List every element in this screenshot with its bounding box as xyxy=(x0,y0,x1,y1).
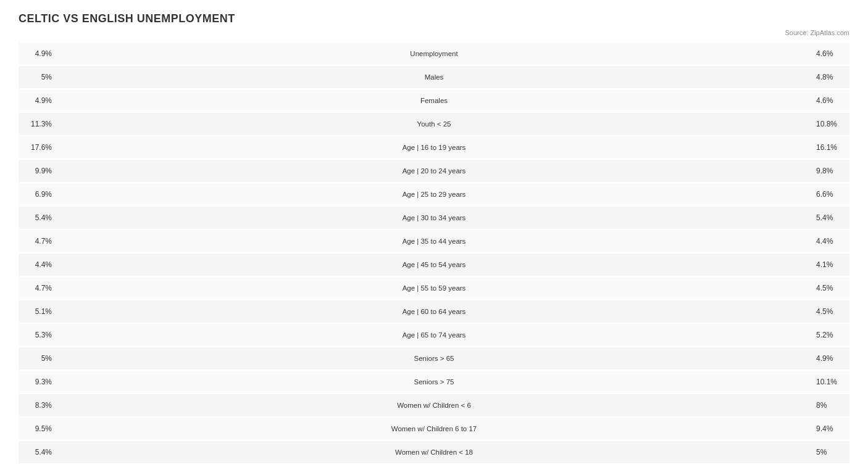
chart-row: 5.1% Age | 60 to 64 years 4.5% xyxy=(19,300,849,323)
chart-area: 4.9% Unemployment 4.6% 5% Males xyxy=(19,43,849,463)
row-label: Age | 30 to 34 years xyxy=(403,214,466,221)
left-value: 5.4% xyxy=(19,448,56,457)
bar-container: Women w/ Children < 18 xyxy=(56,441,812,463)
source-label: Source: ZipAtlas.com xyxy=(19,29,849,36)
right-value: 10.8% xyxy=(812,120,849,128)
right-value: 5% xyxy=(812,448,849,457)
bar-container: Seniors > 75 xyxy=(56,371,812,393)
right-value: 4.1% xyxy=(812,260,849,269)
chart-row: 4.7% Age | 55 to 59 years 4.5% xyxy=(19,277,849,299)
left-value: 8.3% xyxy=(19,401,56,410)
left-value: 9.9% xyxy=(19,167,56,175)
bar-container: Age | 35 to 44 years xyxy=(56,230,812,252)
left-value: 4.9% xyxy=(19,96,56,105)
bar-container: Age | 60 to 64 years xyxy=(56,300,812,323)
right-value: 4.5% xyxy=(812,307,849,316)
left-value: 5.3% xyxy=(19,331,56,339)
row-label: Age | 35 to 44 years xyxy=(403,238,466,245)
chart-row: 17.6% Age | 16 to 19 years 16.1% xyxy=(19,136,849,159)
left-value: 9.3% xyxy=(19,378,56,386)
bar-container: Age | 45 to 54 years xyxy=(56,254,812,276)
left-value: 5.4% xyxy=(19,213,56,222)
bar-container: Age | 30 to 34 years xyxy=(56,207,812,229)
row-label: Age | 60 to 64 years xyxy=(403,308,466,315)
chart-row: 11.3% Youth < 25 10.8% xyxy=(19,113,849,135)
left-value: 4.7% xyxy=(19,284,56,292)
right-value: 9.4% xyxy=(812,424,849,433)
row-label: Age | 25 to 29 years xyxy=(403,191,466,198)
row-label: Age | 16 to 19 years xyxy=(403,144,466,151)
left-value: 5% xyxy=(19,354,56,363)
chart-row: 5.3% Age | 65 to 74 years 5.2% xyxy=(19,324,849,346)
left-value: 9.5% xyxy=(19,424,56,433)
chart-row: 5.4% Women w/ Children < 18 5% xyxy=(19,441,849,463)
right-value: 4.9% xyxy=(812,354,849,363)
right-value: 8% xyxy=(812,401,849,410)
row-label: Seniors > 75 xyxy=(414,378,454,386)
row-label: Age | 65 to 74 years xyxy=(403,331,466,339)
chart-row: 4.9% Unemployment 4.6% xyxy=(19,43,849,65)
left-value: 4.9% xyxy=(19,49,56,58)
left-value: 17.6% xyxy=(19,143,56,152)
left-value: 6.9% xyxy=(19,190,56,199)
row-label: Females xyxy=(420,97,448,104)
right-value: 4.6% xyxy=(812,96,849,105)
chart-row: 9.5% Women w/ Children 6 to 17 9.4% xyxy=(19,418,849,440)
left-value: 4.4% xyxy=(19,260,56,269)
bar-container: Age | 65 to 74 years xyxy=(56,324,812,346)
left-value: 5.1% xyxy=(19,307,56,316)
row-label: Seniors > 65 xyxy=(414,355,454,362)
bar-container: Age | 16 to 19 years xyxy=(56,136,812,159)
row-label: Males xyxy=(425,73,444,81)
bar-container: Unemployment xyxy=(56,43,812,65)
chart-row: 9.3% Seniors > 75 10.1% xyxy=(19,371,849,393)
right-value: 5.2% xyxy=(812,331,849,339)
bar-container: Youth < 25 xyxy=(56,113,812,135)
row-label: Age | 45 to 54 years xyxy=(403,261,466,268)
bar-container: Age | 25 to 29 years xyxy=(56,183,812,205)
chart-row: 4.9% Females 4.6% xyxy=(19,89,849,112)
chart-row: 8.3% Women w/ Children < 6 8% xyxy=(19,394,849,416)
chart-title: Celtic vs English Unemployment xyxy=(19,12,849,25)
left-value: 4.7% xyxy=(19,237,56,246)
row-label: Age | 55 to 59 years xyxy=(403,284,466,292)
chart-row: 6.9% Age | 25 to 29 years 6.6% xyxy=(19,183,849,205)
bar-container: Age | 55 to 59 years xyxy=(56,277,812,299)
bar-container: Age | 20 to 24 years xyxy=(56,160,812,182)
left-value: 11.3% xyxy=(19,120,56,128)
bar-container: Women w/ Children < 6 xyxy=(56,394,812,416)
row-label: Women w/ Children < 6 xyxy=(397,402,471,409)
chart-row: 4.4% Age | 45 to 54 years 4.1% xyxy=(19,254,849,276)
right-value: 4.8% xyxy=(812,73,849,81)
chart-row: 5% Seniors > 65 4.9% xyxy=(19,347,849,370)
row-label: Unemployment xyxy=(410,50,457,57)
right-value: 6.6% xyxy=(812,190,849,199)
bar-container: Women w/ Children 6 to 17 xyxy=(56,418,812,440)
right-value: 9.8% xyxy=(812,167,849,175)
right-value: 10.1% xyxy=(812,378,849,386)
row-label: Age | 20 to 24 years xyxy=(403,167,466,175)
bar-container: Seniors > 65 xyxy=(56,347,812,370)
right-value: 5.4% xyxy=(812,213,849,222)
right-value: 4.6% xyxy=(812,49,849,58)
right-value: 4.4% xyxy=(812,237,849,246)
bar-container: Females xyxy=(56,89,812,112)
row-label: Women w/ Children < 18 xyxy=(395,448,473,456)
chart-row: 5.4% Age | 30 to 34 years 5.4% xyxy=(19,207,849,229)
right-value: 4.5% xyxy=(812,284,849,292)
right-value: 16.1% xyxy=(812,143,849,152)
left-value: 5% xyxy=(19,73,56,81)
bar-container: Males xyxy=(56,66,812,88)
row-label: Youth < 25 xyxy=(417,120,451,128)
row-label: Women w/ Children 6 to 17 xyxy=(391,425,477,432)
chart-row: 4.7% Age | 35 to 44 years 4.4% xyxy=(19,230,849,252)
chart-row: 9.9% Age | 20 to 24 years 9.8% xyxy=(19,160,849,182)
chart-row: 5% Males 4.8% xyxy=(19,66,849,88)
